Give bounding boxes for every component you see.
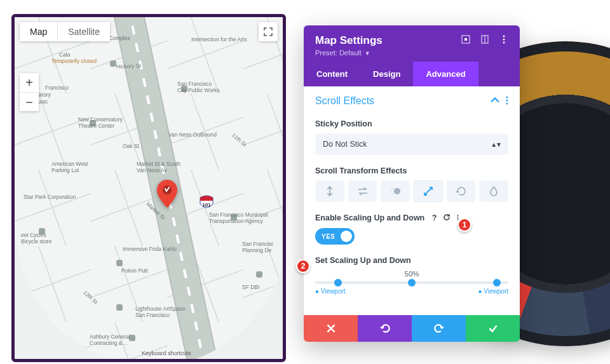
toggle-label: YES xyxy=(322,233,336,240)
tab-content[interactable]: Content xyxy=(304,62,360,86)
ste-vertical[interactable] xyxy=(315,180,344,202)
check-icon xyxy=(487,323,499,334)
zoom-out-button[interactable]: − xyxy=(20,92,39,111)
fullscreen-button[interactable] xyxy=(259,22,278,41)
enable-scale-toggle[interactable]: YES xyxy=(315,228,355,245)
save-button[interactable] xyxy=(466,315,520,342)
map-label: San Francisco Municipal Transportation A… xyxy=(209,212,268,224)
map-label: Temporarily closed xyxy=(51,58,97,64)
street-label: 11th St xyxy=(231,131,248,147)
kebab-menu-icon[interactable] xyxy=(499,35,508,46)
hwy-shield: 101 xyxy=(199,195,214,213)
preset-selector[interactable]: Preset: Default ▼ xyxy=(315,49,508,57)
callout-2: 2 xyxy=(296,259,310,273)
map-module: 101 Center for Complex Intersection for … xyxy=(11,14,286,362)
undo-button[interactable] xyxy=(358,315,412,342)
chevron-down-icon: ▼ xyxy=(365,50,370,57)
svg-point-13 xyxy=(392,188,393,189)
svg-point-10 xyxy=(506,99,508,101)
map-canvas[interactable]: 101 Center for Complex Intersection for … xyxy=(15,17,283,359)
redo-icon xyxy=(433,323,445,334)
slider-handle-mid[interactable] xyxy=(408,279,416,286)
panel-body: Scroll Effects Sticky Position Do Not St… xyxy=(304,86,520,315)
poi-marker xyxy=(116,260,123,266)
section-kebab-icon[interactable] xyxy=(506,96,508,107)
svg-point-8 xyxy=(503,42,505,44)
panel-footer xyxy=(304,315,520,342)
slider-track[interactable] xyxy=(315,281,508,284)
svg-point-7 xyxy=(503,39,505,41)
street-label: 12th St xyxy=(82,289,99,305)
sticky-position-label: Sticky Position xyxy=(315,119,508,128)
fullscreen-icon xyxy=(264,27,273,36)
map-label: American West Parking Lot xyxy=(51,161,88,173)
slider-value: 50% xyxy=(315,270,508,278)
panel-tabs: Content Design Advanced xyxy=(304,62,520,86)
map-label: Star Park Corporation xyxy=(24,194,76,200)
collapse-icon[interactable] xyxy=(491,96,499,107)
svg-text:101: 101 xyxy=(202,202,211,208)
ste-label: Scroll Transform Effects xyxy=(315,166,508,175)
undo-icon xyxy=(379,323,391,334)
map-label: Francisco xyxy=(45,84,69,91)
map-label: Blu xyxy=(257,336,265,342)
ste-scale[interactable] xyxy=(414,180,443,202)
slider-handle-end[interactable] xyxy=(493,279,501,286)
tab-advanced[interactable]: Advanced xyxy=(413,62,478,86)
map-pin[interactable] xyxy=(157,180,177,208)
street-label: Oak St xyxy=(123,143,139,149)
svg-point-14 xyxy=(391,191,392,192)
scale-slider[interactable]: 50% Viewport Viewport xyxy=(315,270,508,295)
ste-horizontal[interactable] xyxy=(348,180,377,202)
svg-point-16 xyxy=(458,215,459,216)
section-title[interactable]: Scroll Effects xyxy=(315,95,374,107)
svg-point-6 xyxy=(503,36,505,37)
svg-point-12 xyxy=(394,188,400,194)
street-label: Hickory St xyxy=(116,62,141,69)
map-type-satellite[interactable]: Satellite xyxy=(57,22,110,41)
slider-end-label: Viewport xyxy=(478,288,508,295)
map-label: SF DBI xyxy=(242,284,259,290)
poi-marker xyxy=(110,60,116,67)
help-icon[interactable]: ? xyxy=(432,213,437,223)
ste-rotate[interactable] xyxy=(447,180,476,202)
ste-fade[interactable] xyxy=(381,180,410,202)
settings-panel: Map Settings Preset: Default ▼ Content D… xyxy=(304,25,520,342)
cancel-button[interactable] xyxy=(304,315,358,342)
enable-scale-label: Enable Scaling Up and Down ? xyxy=(315,213,508,223)
redo-button[interactable] xyxy=(412,315,466,342)
map-label: San Francisco City Public Works xyxy=(177,81,219,93)
wireframe-icon[interactable] xyxy=(461,35,470,46)
reset-icon[interactable] xyxy=(443,213,451,223)
slider-handle-start[interactable] xyxy=(334,279,342,286)
panel-title: Map Settings xyxy=(315,34,383,47)
map-label: eet Cycles Bicycle store xyxy=(21,232,51,245)
map-zoom-controls: + − xyxy=(20,73,39,111)
svg-point-15 xyxy=(392,193,393,194)
map-label: Intersection for the Arts xyxy=(191,36,247,43)
map-label: Immersive Frida Kahlo xyxy=(123,246,177,252)
map-label: New Conservatory Theatre Center xyxy=(78,116,123,129)
poi-marker xyxy=(116,304,123,311)
map-type-map[interactable]: Map xyxy=(20,22,57,41)
ste-blur[interactable] xyxy=(479,180,508,202)
poi-marker xyxy=(256,271,262,278)
select-chevrons-icon: ▲▼ xyxy=(491,141,501,148)
keyboard-shortcuts-link[interactable]: Keyboard shortcuts xyxy=(142,350,191,356)
scroll-transform-options xyxy=(315,180,508,202)
map-label: Van Ness Outbound xyxy=(168,131,217,138)
zoom-in-button[interactable]: + xyxy=(20,73,39,92)
sticky-position-select[interactable]: Do Not Stick ▲▼ xyxy=(315,133,508,155)
close-icon xyxy=(325,323,337,334)
map-label: Ashbury General Contracting &… xyxy=(90,334,130,346)
tab-design[interactable]: Design xyxy=(360,62,413,86)
svg-point-18 xyxy=(458,219,459,220)
svg-point-9 xyxy=(506,96,508,98)
docs-icon[interactable] xyxy=(480,35,489,46)
svg-point-11 xyxy=(506,102,508,104)
map-type-switch: Map Satellite xyxy=(20,22,110,41)
map-label: Market St & South Van Ness Av xyxy=(137,161,180,173)
map-label: Lighthouse ArtSpace San Francisco xyxy=(135,306,185,318)
set-scale-label: Set Scaling Up and Down xyxy=(315,256,508,265)
callout-1: 1 xyxy=(458,218,471,232)
